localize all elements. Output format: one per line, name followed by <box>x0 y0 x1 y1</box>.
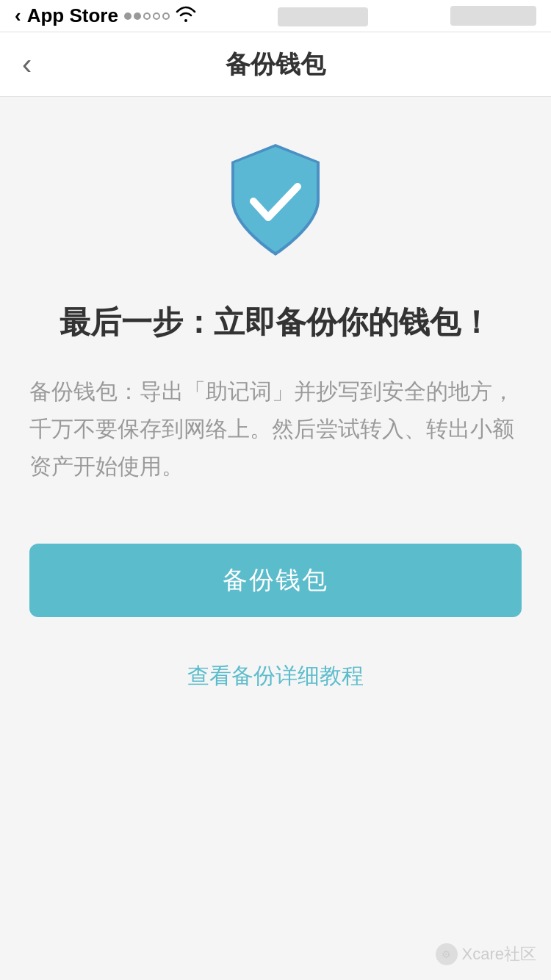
main-description: 备份钱包：导出「助记词」并抄写到安全的地方，千万不要保存到网络上。然后尝试转入、… <box>29 372 522 485</box>
back-button[interactable]: ‹ <box>22 48 32 81</box>
tutorial-link[interactable]: 查看备份详细教程 <box>187 661 364 691</box>
main-heading: 最后一步：立即备份你的钱包！ <box>60 303 491 343</box>
main-content: 最后一步：立即备份你的钱包！ 备份钱包：导出「助记词」并抄写到安全的地方，千万不… <box>0 97 551 721</box>
dot-1 <box>124 12 132 20</box>
status-bar: ‹ App Store ██████ ██████ <box>0 0 551 32</box>
watermark: ⚙ Xcare社区 <box>436 943 536 965</box>
time-center: ██████ <box>278 6 368 26</box>
dot-2 <box>134 12 141 20</box>
status-bar-left: ‹ App Store <box>15 4 196 27</box>
status-bar-right: ██████ <box>450 6 536 26</box>
backup-wallet-button[interactable]: 备份钱包 <box>29 544 522 617</box>
shield-checkmark-icon <box>224 141 327 259</box>
dot-4 <box>153 12 160 20</box>
wifi-icon <box>176 6 196 26</box>
dot-5 <box>162 12 170 20</box>
shield-icon-container <box>224 141 327 259</box>
dot-3 <box>143 12 151 20</box>
signal-dots <box>124 12 170 20</box>
back-arrow-icon: ‹ <box>15 4 21 27</box>
page-title: 备份钱包 <box>226 48 325 82</box>
watermark-icon: ⚙ <box>436 943 458 965</box>
watermark-text: Xcare社区 <box>462 943 536 965</box>
carrier-name: App Store <box>27 4 118 27</box>
nav-bar: ‹ 备份钱包 <box>0 32 551 97</box>
